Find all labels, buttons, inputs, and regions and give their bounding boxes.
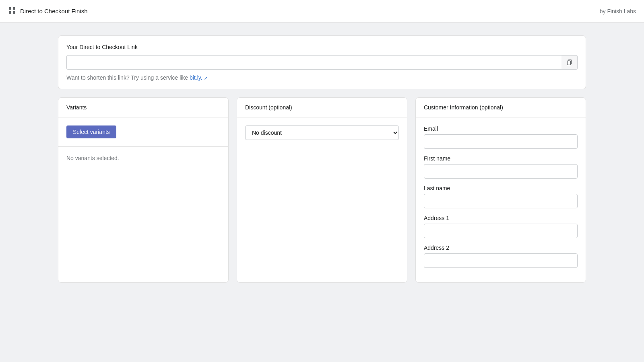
address2-group: Address 2 bbox=[424, 245, 578, 268]
svg-rect-1 bbox=[13, 7, 15, 10]
bitly-link[interactable]: bit.ly.↗ bbox=[190, 74, 208, 81]
copy-button[interactable] bbox=[561, 55, 578, 70]
app-title: Direct to Checkout Finish bbox=[20, 8, 88, 14]
select-variants-button[interactable]: Select variants bbox=[66, 125, 116, 138]
email-label: Email bbox=[424, 125, 578, 132]
discount-select[interactable]: No discount bbox=[245, 125, 399, 140]
address1-input[interactable] bbox=[424, 224, 578, 238]
grid-icon bbox=[8, 6, 16, 16]
address1-label: Address 1 bbox=[424, 215, 578, 221]
address2-label: Address 2 bbox=[424, 245, 578, 251]
address2-input[interactable] bbox=[424, 253, 578, 268]
app-header: Direct to Checkout Finish by Finish Labs bbox=[0, 0, 644, 23]
main-content: Your Direct to Checkout Link Want to sho… bbox=[0, 23, 644, 296]
checkout-link-input[interactable] bbox=[66, 55, 561, 70]
shorten-text: Want to shorten this link? Try using a s… bbox=[66, 74, 578, 81]
address1-group: Address 1 bbox=[424, 215, 578, 238]
external-link-icon: ↗ bbox=[204, 75, 208, 81]
link-row bbox=[66, 55, 578, 70]
first-name-label: First name bbox=[424, 155, 578, 162]
email-group: Email bbox=[424, 125, 578, 149]
svg-rect-3 bbox=[13, 11, 15, 14]
header-byline: by Finish Labs bbox=[600, 8, 636, 14]
checkout-link-title: Your Direct to Checkout Link bbox=[66, 44, 578, 50]
discount-body: No discount bbox=[237, 117, 407, 148]
variants-button-section: Select variants bbox=[58, 117, 228, 147]
variants-card: Variants Select variants No variants sel… bbox=[58, 97, 229, 283]
clipboard-icon bbox=[566, 59, 573, 66]
customer-info-title: Customer Information (optional) bbox=[416, 98, 586, 117]
discount-card: Discount (optional) No discount bbox=[237, 97, 407, 283]
svg-rect-0 bbox=[9, 7, 11, 10]
email-input[interactable] bbox=[424, 134, 578, 149]
last-name-input[interactable] bbox=[424, 194, 578, 208]
discount-title: Discount (optional) bbox=[237, 98, 407, 117]
first-name-input[interactable] bbox=[424, 164, 578, 179]
svg-rect-2 bbox=[9, 11, 11, 14]
header-left: Direct to Checkout Finish bbox=[8, 6, 88, 16]
customer-info-body: Email First name Last name Address 1 Add bbox=[416, 117, 586, 282]
last-name-group: Last name bbox=[424, 185, 578, 208]
three-col-section: Variants Select variants No variants sel… bbox=[58, 97, 586, 283]
variants-empty-text: No variants selected. bbox=[58, 147, 228, 169]
customer-info-card: Customer Information (optional) Email Fi… bbox=[415, 97, 586, 283]
variants-title: Variants bbox=[58, 98, 228, 117]
first-name-group: First name bbox=[424, 155, 578, 179]
last-name-label: Last name bbox=[424, 185, 578, 191]
svg-rect-5 bbox=[567, 61, 570, 65]
checkout-link-card: Your Direct to Checkout Link Want to sho… bbox=[58, 35, 586, 89]
